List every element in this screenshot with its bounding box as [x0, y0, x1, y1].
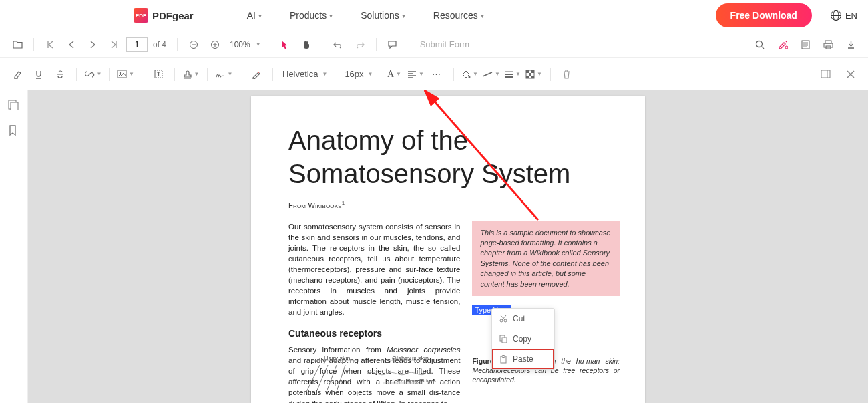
- globe-icon: [831, 10, 841, 21]
- doc-subtitle-sup: 1: [342, 200, 345, 206]
- submit-form-label[interactable]: Submit Form: [420, 39, 469, 49]
- fill-color-icon[interactable]: ▼: [461, 65, 479, 84]
- svg-rect-5: [825, 41, 831, 43]
- svg-rect-14: [531, 70, 534, 73]
- font-color-icon[interactable]: A▼: [385, 65, 404, 84]
- underline-icon[interactable]: [29, 65, 48, 84]
- nav-resources[interactable]: Resources▾: [433, 10, 484, 21]
- separator: [76, 68, 77, 81]
- image-icon[interactable]: ▼: [116, 65, 135, 84]
- pdf-page: Anatomy of the Somatosensory System From…: [251, 96, 645, 403]
- panel-toggle-icon[interactable]: [816, 65, 835, 84]
- format-toolbar-right: [816, 65, 860, 84]
- download-icon[interactable]: [841, 35, 860, 54]
- nav-products[interactable]: Products▾: [290, 10, 333, 21]
- edit-mode-icon[interactable]: [773, 35, 792, 54]
- separator: [174, 68, 175, 81]
- language-selector[interactable]: EN: [831, 10, 857, 21]
- more-text-icon[interactable]: ⋯: [428, 65, 447, 84]
- top-navbar: PDFgear AI▾ Products▾ Solutions▾ Resourc…: [0, 0, 868, 31]
- close-icon[interactable]: [841, 65, 860, 84]
- next-page-icon[interactable]: [83, 35, 102, 54]
- format-toolbar: ▼ ▼ ▼ ▼ Helvetica▼ 16px▼ A▼ ▼ ⋯ ▼ ▼ ▼ ▼: [0, 58, 868, 90]
- free-download-button[interactable]: Free Download: [716, 3, 812, 27]
- chevron-down-icon: ▼: [495, 71, 500, 77]
- chevron-down-icon: ▼: [97, 71, 102, 77]
- print-icon[interactable]: [819, 35, 837, 54]
- comment-icon[interactable]: [383, 35, 402, 54]
- context-paste-label: Paste: [513, 354, 533, 364]
- heading-cutaneous: Cutaneous receptors: [288, 327, 460, 341]
- separator: [272, 68, 273, 81]
- context-menu: Cut Copy Paste: [491, 308, 555, 370]
- page-total-label: of 4: [153, 40, 166, 49]
- chevron-down-icon: ▼: [129, 71, 134, 77]
- single-page-icon[interactable]: [796, 35, 815, 54]
- font-family-select[interactable]: Helvetica▼: [280, 69, 330, 79]
- font-size-select[interactable]: 16px▼: [342, 69, 375, 79]
- sample-note-box: This is a sample document to showcase pa…: [472, 221, 620, 296]
- separator: [33, 38, 34, 51]
- brand[interactable]: PDFgear: [134, 8, 194, 23]
- chevron-down-icon: ▾: [329, 12, 333, 19]
- opacity-icon[interactable]: ▼: [525, 65, 544, 84]
- delete-icon[interactable]: [558, 65, 576, 84]
- stamp-icon[interactable]: ▼: [182, 65, 200, 84]
- thumbnails-icon[interactable]: [8, 100, 20, 112]
- zoom-in-icon[interactable]: [206, 35, 224, 54]
- nav-products-label: Products: [290, 10, 327, 21]
- separator: [109, 68, 110, 81]
- main-toolbar: of 4 100%▼ Submit Form: [0, 31, 868, 58]
- hand-tool-icon[interactable]: [296, 35, 315, 54]
- zoom-level[interactable]: 100%: [227, 40, 253, 49]
- chevron-down-icon: ▼: [368, 71, 373, 77]
- context-copy[interactable]: Copy: [492, 329, 554, 349]
- bookmark-icon[interactable]: [8, 125, 20, 137]
- page-number-input[interactable]: [126, 37, 148, 52]
- align-icon[interactable]: ▼: [407, 65, 425, 84]
- select-tool-icon[interactable]: [275, 35, 294, 54]
- svg-rect-18: [821, 70, 830, 78]
- last-page-icon[interactable]: [105, 35, 124, 54]
- chevron-down-icon: ▼: [396, 71, 401, 77]
- highlight-icon[interactable]: [8, 65, 27, 84]
- nav-right: Free Download EN: [716, 3, 857, 27]
- chevron-down-icon: ▼: [194, 71, 200, 77]
- search-icon[interactable]: [750, 35, 769, 54]
- doc-subtitle-text: From Wikibooks: [288, 201, 342, 209]
- prev-page-icon[interactable]: [62, 35, 81, 54]
- workspace: Anatomy of the Somatosensory System From…: [0, 90, 868, 403]
- first-page-icon[interactable]: [41, 35, 59, 54]
- svg-point-3: [785, 46, 788, 49]
- svg-rect-20: [11, 102, 18, 110]
- cut-icon: [499, 315, 507, 323]
- line-weight-icon[interactable]: ▼: [503, 65, 522, 84]
- context-cut[interactable]: Cut: [492, 309, 554, 329]
- svg-point-9: [120, 72, 121, 74]
- font-size-label: 16px: [345, 69, 363, 79]
- chevron-down-icon: ▼: [537, 71, 542, 77]
- link-icon[interactable]: ▼: [83, 65, 102, 84]
- strikethrough-icon[interactable]: [51, 65, 69, 84]
- context-copy-label: Copy: [513, 334, 531, 344]
- line-style-icon[interactable]: ▼: [482, 65, 501, 84]
- separator: [240, 68, 240, 81]
- undo-icon[interactable]: [329, 35, 348, 54]
- svg-rect-8: [118, 70, 126, 78]
- nav-ai-label: AI: [247, 10, 256, 21]
- nav-solutions[interactable]: Solutions▾: [361, 10, 405, 21]
- pencil-icon[interactable]: [247, 65, 266, 84]
- document-canvas[interactable]: Anatomy of the Somatosensory System From…: [28, 90, 868, 403]
- toolbar-right: [750, 35, 860, 54]
- redo-icon[interactable]: [351, 35, 369, 54]
- chevron-down-icon: ▾: [258, 12, 262, 19]
- open-file-icon[interactable]: [8, 35, 27, 54]
- copy-icon: [499, 335, 507, 344]
- separator: [453, 68, 454, 81]
- separator: [207, 68, 208, 81]
- nav-ai[interactable]: AI▾: [247, 10, 262, 21]
- signature-icon[interactable]: ▼: [214, 65, 233, 84]
- context-paste[interactable]: Paste: [492, 349, 554, 369]
- text-box-icon[interactable]: [149, 65, 168, 84]
- zoom-out-icon[interactable]: [184, 35, 203, 54]
